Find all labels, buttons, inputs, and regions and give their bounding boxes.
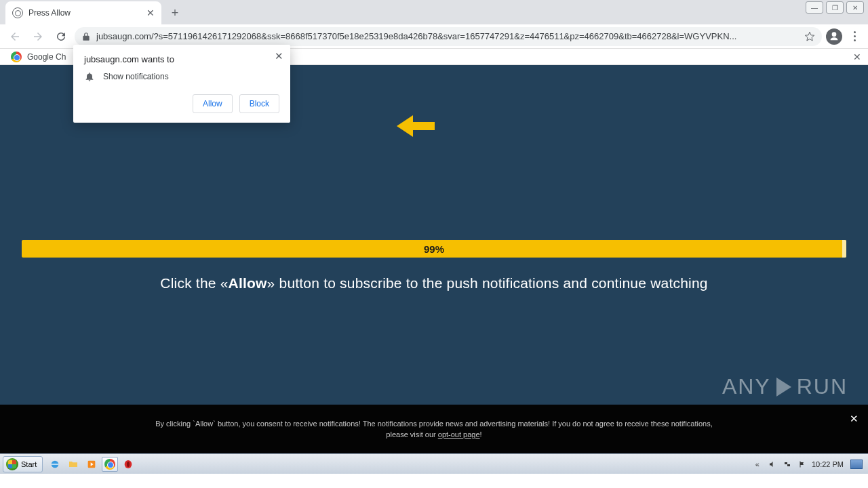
lock-icon [81,32,91,41]
ie-icon [50,459,60,470]
progress-remainder [842,240,846,258]
arrow-left-icon [397,113,435,140]
notification-prompt: ✕ jubsaugn.com wants to Show notificatio… [73,45,290,123]
progress-fill: 99% [22,240,846,258]
profile-avatar[interactable] [826,28,842,45]
prompt-close-icon[interactable]: ✕ [275,50,283,62]
chrome-icon [11,52,22,62]
tab-close-icon[interactable]: ✕ [146,7,155,18]
tab-title: Press Allow [28,8,71,18]
progress-label: 99% [424,243,444,255]
taskbar-media[interactable] [83,457,100,472]
prompt-permission-label: Show notifications [103,72,169,81]
svg-rect-4 [785,462,787,464]
chrome-icon [104,459,115,470]
taskbar-chrome[interactable] [102,457,118,472]
allow-button[interactable]: Allow [193,94,233,113]
globe-icon [12,7,23,18]
prompt-host-text: jubsaugn.com wants to [84,54,279,64]
infobar-close-icon[interactable]: ✕ [853,52,861,62]
tray-expand-icon[interactable]: « [752,459,763,470]
consent-line2: please visit our opt-out page! [386,429,481,441]
play-icon [776,378,791,396]
reload-button[interactable] [52,27,71,46]
bookmark-star-icon[interactable] [804,31,815,42]
instruction-pre: Click the « [160,275,228,291]
system-tray: « 10:22 PM [752,459,865,470]
folder-icon [68,459,79,470]
window-maximize-button[interactable]: ❐ [826,1,844,14]
window-close-button[interactable]: ✕ [846,1,864,14]
pointer-arrow [397,113,435,140]
volume-icon[interactable] [767,459,778,470]
bookmark-item-label[interactable]: Google Ch [27,52,66,62]
arrow-right-icon [32,30,44,43]
taskbar: Start « 10:22 PM [0,453,868,474]
omnibox[interactable]: jubsaugn.com/?s=5711961426171292068&ssk=… [75,27,822,46]
consent-line1: By clicking `Allow` button, you consent … [155,418,713,430]
block-button[interactable]: Block [239,94,279,113]
anyrun-watermark: ANY RUN [722,374,848,399]
new-tab-button[interactable]: + [165,3,184,22]
show-desktop-button[interactable] [850,460,863,469]
watermark-text-1: ANY [722,374,771,399]
watermark-text-2: RUN [797,374,848,399]
browser-tab[interactable]: Press Allow ✕ [5,1,161,24]
taskbar-explorer[interactable] [65,457,81,472]
bell-icon [84,71,95,82]
consent-line2-post: ! [480,430,482,439]
progress-bar: 99% [22,240,846,258]
person-icon [829,31,840,42]
start-button[interactable]: Start [3,456,43,472]
consent-line2-pre: please visit our [386,430,437,439]
windows-icon [6,458,18,470]
start-label: Start [21,460,37,468]
flag-icon[interactable] [797,459,808,470]
window-controls: — ❐ ✕ [806,1,864,14]
taskbar-clock[interactable]: 10:22 PM [812,460,844,468]
taskbar-pinned [47,457,136,472]
optout-link[interactable]: opt-out page [438,430,480,439]
svg-rect-5 [787,464,790,466]
instruction-text: Click the «Allow» button to subscribe to… [0,275,868,291]
window-minimize-button[interactable]: — [806,1,823,14]
media-icon [86,459,97,470]
instruction-bold: Allow [229,275,267,291]
taskbar-ie[interactable] [47,457,63,472]
taskbar-opera[interactable] [120,457,136,472]
consent-close-icon[interactable]: ✕ [850,411,859,427]
tab-strip: Press Allow ✕ + — ❐ ✕ [0,0,868,24]
browser-menu-button[interactable] [846,31,863,41]
network-icon[interactable] [782,459,793,470]
reload-icon [55,30,67,43]
nav-back-button[interactable] [5,27,24,46]
url-text: jubsaugn.com/?s=5711961426171292068&ssk=… [96,31,799,41]
consent-bar: ✕ By clicking `Allow` button, you consen… [0,405,868,453]
svg-point-3 [127,462,130,467]
opera-icon [123,459,134,470]
nav-forward-button[interactable] [28,27,47,46]
instruction-post: » button to subscribe to the push notifi… [267,275,708,291]
arrow-left-icon [9,30,21,43]
